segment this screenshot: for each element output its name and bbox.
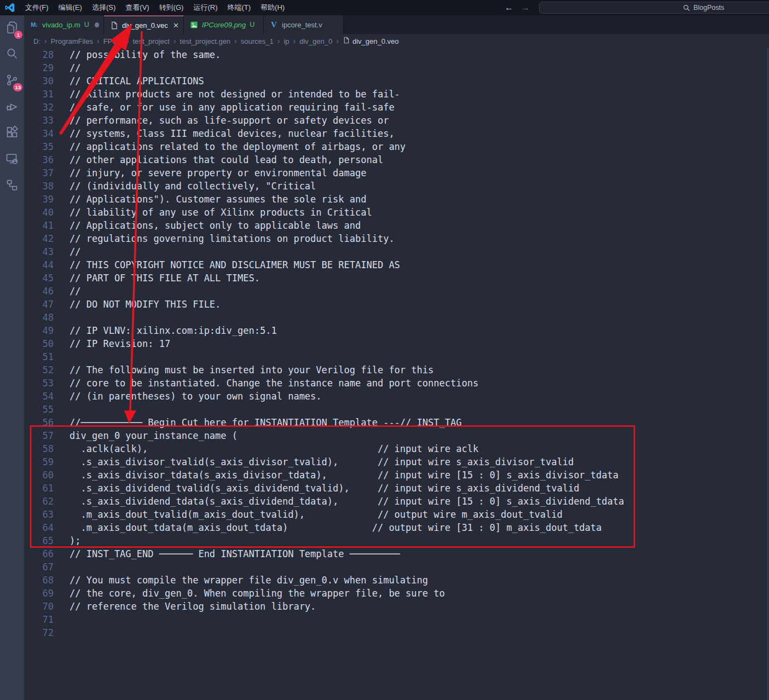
code-line: 44// THIS COPYRIGHT NOTICE AND DISCLAIME… [24,258,769,271]
line-number: 52 [24,363,54,377]
line-number: 65 [24,534,54,547]
line-number: 54 [24,390,54,403]
editor-scrollbar[interactable] [767,48,769,700]
code-line: 64 .m_axis_dout_tdata(m_axis_dout_tdata)… [24,521,769,534]
line-content: // INST_TAG_END ────── End INSTANTIATION… [54,547,400,560]
code-line: 36// other applications that could lead … [24,153,769,166]
tab-div_gen_0.veo[interactable]: div_gen_0.veo✕ [104,15,184,34]
menu-bar: 文件(F)编辑(E)选择(S)查看(V)转到(G)运行(R)终端(T)帮助(H) [20,0,290,15]
line-number: 49 [24,324,54,337]
activity-badge: 13 [13,83,22,91]
line-content: // (individually and collectively, "Crit… [54,180,316,193]
code-line: 58 .aclk(aclk), // input wire aclk [24,442,769,455]
code-editor[interactable]: 28// possibility of the same.29//30// CR… [24,48,769,700]
activity-item-search[interactable] [0,42,24,68]
code-line: 51 [24,350,769,363]
line-number: 41 [24,219,54,232]
extensions-icon [5,125,19,142]
breadcrumb-item-sources1[interactable]: sources_1 [241,37,274,45]
line-number: 28 [24,48,54,61]
line-content: .s_axis_divisor_tvalid(s_axis_divisor_tv… [54,455,574,468]
line-number: 58 [24,442,54,455]
activity-item-remote-explorer[interactable] [0,147,24,173]
line-number: 33 [24,114,54,127]
line-content: // DO NOT MODIFY THIS FILE. [54,298,221,311]
activity-item-run-debug[interactable] [0,94,24,120]
tab-ipcore_test.v[interactable]: Vipcore_test.v [264,15,344,34]
line-number: 30 [24,74,54,88]
code-line: 29// [24,61,769,74]
code-line: 72 [24,626,769,639]
code-line: 42// regulations governing limitations o… [24,232,769,245]
close-icon[interactable]: ✕ [173,21,179,30]
line-number: 60 [24,468,54,482]
menu-item-1[interactable]: 编辑(E) [54,0,87,15]
code-line: 71 [24,613,769,626]
breadcrumb-item-divgen0[interactable]: div_gen_0 [299,37,332,45]
menu-item-4[interactable]: 转到(G) [154,0,189,15]
command-center-search[interactable]: BlogPosts [539,2,769,14]
code-line: 67 [24,560,769,574]
tab-label: ipcore_test.v [282,21,322,29]
line-number: 42 [24,232,54,245]
remote-explorer-icon [5,152,19,168]
tab-vivado_ip.md[interactable]: M↓vivado_ip.mdU [24,15,104,34]
code-line: 69// the core, div_gen_0. When compiling… [24,587,769,600]
line-number: 45 [24,271,54,285]
line-content: // performance, such as life-support or … [54,114,389,127]
line-content: // [54,245,80,258]
breadcrumb-item-testproject[interactable]: test_project [133,37,170,45]
activity-item-references[interactable] [0,173,24,199]
menu-item-3[interactable]: 查看(V) [120,0,154,15]
line-number: 61 [24,482,54,495]
breadcrumb-item-FPGA[interactable]: FPGA [103,37,123,45]
line-content: // core to be instantiated. Change the i… [54,377,478,390]
code-line: 34// systems, Class III medical devices,… [24,127,769,140]
breadcrumb-item-ip[interactable]: ip [284,37,289,45]
line-content: .s_axis_dividend_tdata(s_axis_dividend_t… [54,495,624,508]
tab-IPCore09.png[interactable]: IPCore09.pngU [184,15,264,34]
activity-item-source-control[interactable]: 13 [0,68,24,94]
breadcrumb-item-ProgramFiles[interactable]: ProgramFiles [51,37,93,45]
line-number: 66 [24,547,54,560]
code-line: 30// CRITICAL APPLICATIONS [24,74,769,88]
code-line: 54// (in parentheses) to your own signal… [24,390,769,403]
breadcrumb-item-testprojectgen[interactable]: test_project.gen [180,37,231,45]
line-content: // possibility of the same. [54,48,221,61]
line-number: 59 [24,455,54,468]
git-status-badge: U [250,21,255,28]
nav-forward-button[interactable]: → [521,3,530,13]
code-line: 63 .m_axis_dout_tvalid(m_axis_dout_tvali… [24,508,769,521]
code-line: 39// Applications"). Customer assumes th… [24,193,769,206]
activity-item-explorer[interactable]: 1 [0,15,24,42]
line-content: // other applications that could lead to… [54,153,383,166]
line-content: .s_axis_dividend_tvalid(s_axis_dividend_… [54,482,579,495]
line-number: 32 [24,101,54,114]
line-number: 38 [24,180,54,193]
activity-item-extensions[interactable] [0,120,24,147]
line-content: // [54,285,80,298]
breadcrumb: D:›ProgramFiles›FPGA›test_project›test_p… [24,34,769,48]
code-line: 28// possibility of the same. [24,48,769,61]
line-content: div_gen_0 your_instance_name ( [54,429,238,442]
breadcrumb-file[interactable]: div_gen_0.veo [343,37,399,45]
breadcrumb-item-D[interactable]: D: [33,37,41,45]
code-line: 55 [24,403,769,416]
code-line: 40// liability of any use of Xilinx prod… [24,206,769,219]
menu-item-7[interactable]: 帮助(H) [256,0,290,15]
tab-bar: M↓vivado_ip.mdUdiv_gen_0.veo✕IPCore09.pn… [24,15,769,34]
modified-dot-icon [95,22,99,27]
file-icon [343,37,350,45]
code-line: 68// You must compile the wrapper file d… [24,574,769,587]
line-number: 36 [24,153,54,166]
menu-item-2[interactable]: 选择(S) [87,0,120,15]
menu-item-0[interactable]: 文件(F) [20,0,54,15]
breadcrumb-file-name: div_gen_0.veo [352,37,399,45]
line-number: 48 [24,311,54,324]
line-content: // You must compile the wrapper file div… [54,574,428,587]
menu-item-5[interactable]: 运行(R) [188,0,222,15]
menu-item-6[interactable]: 终端(T) [222,0,256,15]
markdown-icon: M↓ [30,20,39,30]
nav-back-button[interactable]: ← [505,3,513,13]
code-line: 70// reference the Verilog simulation li… [24,600,769,613]
